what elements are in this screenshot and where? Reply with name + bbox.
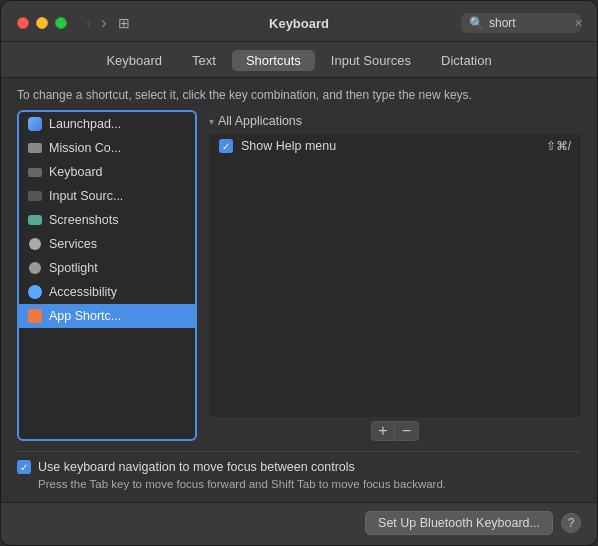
clear-search-icon[interactable]: ✕ — [574, 17, 583, 30]
close-button[interactable] — [17, 17, 29, 29]
titlebar: ‹ › ⊞ Keyboard 🔍 ✕ — [1, 1, 597, 42]
forward-button[interactable]: › — [98, 14, 109, 32]
right-panel: ▾ All Applications ✓ Show Help menu ⇧⌘/ … — [197, 110, 581, 441]
keyboard-nav-row: ✓ Use keyboard navigation to move focus … — [17, 460, 581, 474]
add-remove-bar: + − — [209, 421, 581, 441]
minimize-button[interactable] — [36, 17, 48, 29]
sidebar-item-label: Accessibility — [49, 285, 117, 299]
left-sidebar[interactable]: Launchpad... Mission Co... Keyboard Inpu… — [17, 110, 197, 441]
maximize-button[interactable] — [55, 17, 67, 29]
search-box: 🔍 ✕ — [461, 13, 581, 33]
shortcut-key-value: ⇧⌘/ — [546, 139, 571, 153]
sidebar-item-input[interactable]: Input Sourc... — [19, 184, 195, 208]
shortcut-label: Show Help menu — [241, 139, 336, 153]
sidebar-item-label: Keyboard — [49, 165, 103, 179]
setup-bluetooth-button[interactable]: Set Up Bluetooth Keyboard... — [365, 511, 553, 535]
sidebar-item-label: Launchpad... — [49, 117, 121, 131]
add-shortcut-button[interactable]: + — [371, 421, 395, 441]
services-icon — [27, 236, 43, 252]
all-applications-label: All Applications — [218, 114, 302, 128]
sidebar-item-keyboard[interactable]: Keyboard — [19, 160, 195, 184]
shortcut-list: ✓ Show Help menu ⇧⌘/ — [209, 134, 581, 417]
mission-icon — [27, 140, 43, 156]
tab-shortcuts[interactable]: Shortcuts — [232, 50, 315, 71]
launchpad-icon — [27, 116, 43, 132]
back-button[interactable]: ‹ — [83, 14, 94, 32]
sidebar-item-label: Input Sourc... — [49, 189, 123, 203]
checkmark-icon: ✓ — [222, 141, 230, 152]
search-input[interactable] — [489, 16, 569, 30]
sidebar-item-label: Mission Co... — [49, 141, 121, 155]
tab-input-sources[interactable]: Input Sources — [317, 50, 425, 71]
instruction-text: To change a shortcut, select it, click t… — [17, 88, 581, 102]
sidebar-item-label: Spotlight — [49, 261, 98, 275]
keyboard-nav-note: Press the Tab key to move focus forward … — [38, 478, 581, 490]
shortcut-row-show-help[interactable]: ✓ Show Help menu ⇧⌘/ — [209, 134, 581, 158]
sidebar-item-accessibility[interactable]: Accessibility — [19, 280, 195, 304]
sidebar-item-screenshots[interactable]: Screenshots — [19, 208, 195, 232]
search-icon: 🔍 — [469, 16, 484, 30]
checkmark-icon: ✓ — [20, 462, 28, 473]
keyboard-icon — [27, 164, 43, 180]
sidebar-item-label: Screenshots — [49, 213, 118, 227]
footer-bar: Set Up Bluetooth Keyboard... ? — [1, 502, 597, 545]
sidebar-item-label: App Shortc... — [49, 309, 121, 323]
screenshot-icon — [27, 212, 43, 228]
sidebar-item-services[interactable]: Services — [19, 232, 195, 256]
panels: Launchpad... Mission Co... Keyboard Inpu… — [17, 110, 581, 441]
main-content: To change a shortcut, select it, click t… — [1, 78, 597, 502]
spotlight-icon — [27, 260, 43, 276]
traffic-lights — [17, 17, 67, 29]
window-title: Keyboard — [269, 16, 329, 31]
tabs-bar: Keyboard Text Shortcuts Input Sources Di… — [1, 42, 597, 78]
tab-keyboard[interactable]: Keyboard — [92, 50, 176, 71]
tab-dictation[interactable]: Dictation — [427, 50, 506, 71]
sidebar-item-app-shortcuts[interactable]: App Shortc... — [19, 304, 195, 328]
sidebar-item-launchpad[interactable]: Launchpad... — [19, 112, 195, 136]
accessibility-icon — [27, 284, 43, 300]
sidebar-item-spotlight[interactable]: Spotlight — [19, 256, 195, 280]
sidebar-item-label: Services — [49, 237, 97, 251]
keyboard-nav-label: Use keyboard navigation to move focus be… — [38, 460, 355, 474]
help-button[interactable]: ? — [561, 513, 581, 533]
keyboard-nav-checkbox[interactable]: ✓ — [17, 460, 31, 474]
appshortcut-icon — [27, 308, 43, 324]
sidebar-item-mission[interactable]: Mission Co... — [19, 136, 195, 160]
chevron-down-icon: ▾ — [209, 116, 214, 127]
bottom-section: ✓ Use keyboard navigation to move focus … — [17, 451, 581, 490]
grid-icon: ⊞ — [118, 15, 130, 31]
show-help-checkbox[interactable]: ✓ — [219, 139, 233, 153]
remove-shortcut-button[interactable]: − — [395, 421, 419, 441]
tab-text[interactable]: Text — [178, 50, 230, 71]
keyboard-window: ‹ › ⊞ Keyboard 🔍 ✕ Keyboard Text Shortcu… — [0, 0, 598, 546]
nav-buttons: ‹ › — [83, 14, 110, 32]
right-panel-header: ▾ All Applications — [209, 110, 581, 134]
input-icon — [27, 188, 43, 204]
